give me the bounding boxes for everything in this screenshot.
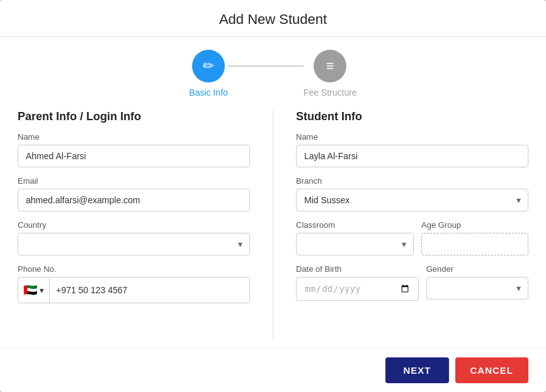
- dob-gender-row: Date of Birth Gender Male Female: [296, 264, 528, 301]
- student-info-column: Student Info Name Branch Mid Sussex Othe…: [296, 110, 528, 342]
- phone-flag-selector[interactable]: 🇦🇪 ▾: [18, 277, 50, 303]
- gender-select-wrapper: Male Female: [426, 277, 528, 300]
- student-branch-select[interactable]: Mid Sussex Other: [296, 189, 528, 211]
- parent-name-field: Name: [18, 132, 250, 167]
- parent-phone-field: Phone No. 🇦🇪 ▾: [18, 264, 250, 303]
- cancel-button[interactable]: CANCEL: [455, 357, 529, 383]
- student-name-input[interactable]: [296, 145, 528, 167]
- student-dob-label: Date of Birth: [296, 264, 419, 274]
- student-gender-select[interactable]: Male Female: [426, 277, 528, 300]
- student-age-group-label: Age Group: [421, 220, 528, 230]
- step1-label: Basic Info: [189, 87, 227, 98]
- modal-header: Add New Student: [0, 0, 546, 37]
- classroom-age-row: Classroom Age Group: [296, 220, 528, 255]
- modal-title: Add New Student: [219, 11, 327, 27]
- step-fee-structure[interactable]: ≡ Fee Structure: [304, 50, 357, 98]
- parent-info-column: Parent Info / Login Info Name Email Coun…: [18, 110, 250, 342]
- modal-footer: NEXT CANCEL: [0, 348, 546, 392]
- student-classroom-field: Classroom: [296, 220, 414, 255]
- student-classroom-select[interactable]: [296, 233, 414, 255]
- student-section-title: Student Info: [296, 110, 528, 123]
- parent-email-label: Email: [18, 176, 250, 186]
- phone-dropdown-arrow: ▾: [40, 286, 44, 295]
- student-branch-field: Branch Mid Sussex Other: [296, 176, 528, 211]
- step-basic-info[interactable]: ✏ Basic Info: [189, 50, 227, 98]
- phone-wrapper: 🇦🇪 ▾: [18, 277, 250, 303]
- parent-country-label: Country: [18, 220, 250, 230]
- student-branch-label: Branch: [296, 176, 528, 186]
- stepper: ✏ Basic Info ≡ Fee Structure: [0, 37, 546, 104]
- student-dob-field: Date of Birth: [296, 264, 419, 301]
- parent-name-input[interactable]: [18, 145, 250, 167]
- step2-circle: ≡: [314, 50, 346, 82]
- step1-icon: ✏: [203, 58, 214, 74]
- student-age-group-input[interactable]: [421, 233, 528, 255]
- step-connector: [228, 65, 304, 67]
- country-select-wrapper: United Arab Emirates United Kingdom Unit…: [18, 233, 250, 255]
- parent-name-label: Name: [18, 132, 250, 142]
- step1-circle: ✏: [192, 50, 225, 82]
- flag-emoji: 🇦🇪: [23, 283, 37, 297]
- student-name-field: Name: [296, 132, 528, 167]
- add-student-modal: Add New Student ✏ Basic Info ≡ Fee Struc…: [0, 0, 546, 392]
- student-gender-label: Gender: [426, 264, 528, 274]
- student-name-label: Name: [296, 132, 528, 142]
- branch-select-wrapper: Mid Sussex Other: [296, 189, 528, 211]
- parent-email-input[interactable]: [18, 189, 250, 211]
- classroom-select-wrapper: [296, 233, 414, 255]
- column-divider: [273, 110, 273, 342]
- step2-label: Fee Structure: [304, 87, 357, 98]
- parent-phone-label: Phone No.: [18, 264, 250, 274]
- parent-email-field: Email: [18, 176, 250, 211]
- student-age-group-field: Age Group: [421, 220, 528, 255]
- next-button[interactable]: NEXT: [385, 357, 448, 383]
- parent-section-title: Parent Info / Login Info: [18, 110, 250, 123]
- student-gender-field: Gender Male Female: [426, 264, 528, 301]
- student-dob-input[interactable]: [296, 277, 419, 301]
- student-classroom-label: Classroom: [296, 220, 414, 230]
- parent-country-select[interactable]: United Arab Emirates United Kingdom Unit…: [18, 233, 250, 255]
- form-area: Parent Info / Login Info Name Email Coun…: [0, 104, 546, 348]
- phone-number-input[interactable]: [50, 279, 249, 301]
- parent-country-field: Country United Arab Emirates United King…: [18, 220, 250, 255]
- step2-icon: ≡: [326, 58, 334, 74]
